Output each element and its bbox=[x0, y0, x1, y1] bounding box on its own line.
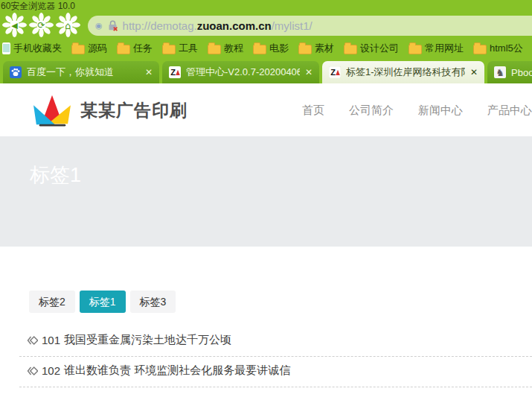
url-path: /mylist1/ bbox=[272, 19, 313, 32]
browser-tab-tag1-active[interactable]: Z 标签1-深圳佐岸网络科技有限 ✕ bbox=[322, 61, 484, 83]
browser-tab-baidu[interactable]: 百度一下，你就知道 ✕ bbox=[3, 61, 159, 83]
svg-text:♞: ♞ bbox=[496, 67, 504, 78]
filter-tab-3[interactable]: 标签3 bbox=[130, 291, 176, 313]
refresh-button[interactable]: ⟳ bbox=[29, 13, 54, 37]
site-logo-text: 某某广告印刷 bbox=[80, 99, 188, 122]
page-banner: 标签1 bbox=[0, 136, 532, 247]
bookmark-label: 常用网址 bbox=[425, 42, 464, 55]
site-nav: 首页 公司简介 新闻中心 产品中心 bbox=[302, 104, 532, 118]
bookmark-folder-renwu[interactable]: 任务 bbox=[117, 42, 153, 55]
browser-toolbar: ◀ ⟳ ⌂ ◉ http://demotag.zuoan.com.cn/myli… bbox=[0, 13, 532, 39]
bookmark-label: html5公 bbox=[490, 42, 523, 55]
back-button[interactable]: ◀ bbox=[2, 13, 27, 37]
tab-title: 管理中心-V2.0.7-20200406 bbox=[186, 66, 300, 79]
phone-icon bbox=[2, 42, 10, 54]
bookmark-label: 素材 bbox=[315, 42, 334, 55]
bookmark-mobile-favorites[interactable]: 手机收藏夹 bbox=[2, 42, 62, 55]
news-item-title: 谁出数谁负责 环境监测社会化服务最要讲诚信 bbox=[64, 364, 290, 378]
address-bar[interactable]: ◉ http://demotag.zuoan.com.cn/mylist1/ bbox=[88, 16, 532, 36]
bookmark-folder-dianying[interactable]: 电影 bbox=[253, 42, 289, 55]
tags-icon bbox=[27, 335, 38, 346]
folder-icon bbox=[253, 45, 266, 54]
bookmark-label: 源码 bbox=[88, 42, 107, 55]
tab-close-icon[interactable]: ✕ bbox=[305, 67, 313, 77]
news-list-item[interactable]: 102 谁出数谁负责 环境监测社会化服务最要讲诚信 bbox=[19, 357, 532, 387]
za-logo-icon: Z bbox=[329, 66, 341, 78]
filter-tab-1-active[interactable]: 标签1 bbox=[80, 291, 126, 313]
news-item-number: 102 bbox=[42, 364, 60, 377]
news-item-title: 我国受重金属污染土地达千万公顷 bbox=[64, 333, 231, 347]
tags-icon bbox=[27, 366, 38, 376]
tab-close-icon[interactable]: ✕ bbox=[145, 67, 153, 77]
refresh-icon: ⟳ bbox=[37, 20, 45, 31]
bookmark-folder-jiaocheng[interactable]: 教程 bbox=[208, 42, 243, 55]
browser-tab-strip: 百度一下，你就知道 ✕ Z 管理中心-V2.0.7-20200406 ✕ Z 标… bbox=[0, 58, 532, 83]
bookmark-label: 手机收藏夹 bbox=[13, 42, 62, 55]
folder-icon bbox=[208, 45, 221, 54]
news-item-number: 101 bbox=[42, 334, 60, 346]
site-logo[interactable]: 某某广告印刷 bbox=[31, 92, 188, 128]
web-page: 某某广告印刷 首页 公司简介 新闻中心 产品中心 标签1 标签2 标签1 标签3 bbox=[0, 83, 532, 403]
nav-item-product-center[interactable]: 产品中心 bbox=[487, 104, 532, 118]
bookmark-label: 任务 bbox=[133, 42, 153, 55]
browser-tab-pboot[interactable]: ♞ Pboot bbox=[487, 61, 532, 83]
za-logo-icon: Z bbox=[169, 66, 181, 78]
filter-tab-2[interactable]: 标签2 bbox=[29, 291, 75, 313]
baidu-paw-icon bbox=[10, 66, 22, 78]
news-list: 101 我国受重金属污染土地达千万公顷 102 谁出数谁负责 环境监测社会化服务… bbox=[19, 326, 532, 387]
tab-title: Pboot bbox=[511, 67, 532, 78]
url-domain: zuoan.com.cn bbox=[197, 19, 272, 32]
folder-icon bbox=[298, 45, 312, 54]
bookmark-label: 电影 bbox=[269, 42, 289, 55]
folder-icon bbox=[71, 45, 85, 54]
folder-icon bbox=[344, 45, 357, 54]
knight-icon: ♞ bbox=[494, 66, 506, 78]
tab-title: 标签1-深圳佐岸网络科技有限 bbox=[346, 66, 465, 79]
home-icon: ⌂ bbox=[65, 20, 71, 31]
back-icon: ◀ bbox=[11, 21, 18, 31]
bookmark-folder-gongju[interactable]: 工具 bbox=[162, 42, 198, 55]
folder-icon bbox=[408, 45, 422, 54]
nav-item-company-profile[interactable]: 公司简介 bbox=[349, 104, 394, 118]
bookmarks-bar: 手机收藏夹 源码 任务 工具 教程 电影 素材 设计公司 常用网址 html5公… bbox=[0, 39, 532, 58]
browser-tab-admin-center[interactable]: Z 管理中心-V2.0.7-20200406 ✕ bbox=[162, 61, 319, 83]
nav-item-news-center[interactable]: 新闻中心 bbox=[418, 104, 463, 118]
folder-icon bbox=[117, 45, 130, 54]
insecure-lock-icon[interactable] bbox=[108, 20, 118, 31]
tab-close-icon[interactable]: ✕ bbox=[470, 67, 478, 77]
svg-text:Z: Z bbox=[330, 68, 336, 77]
folder-icon bbox=[162, 45, 176, 54]
folder-icon bbox=[473, 45, 487, 54]
window-title: 60安全浏览器 10.0 bbox=[1, 1, 75, 11]
crown-logo-icon bbox=[31, 92, 74, 128]
tab-title: 百度一下，你就知道 bbox=[27, 66, 140, 79]
filter-tab-group: 标签2 标签1 标签3 bbox=[29, 291, 532, 313]
page-content: 标签2 标签1 标签3 101 我国受重金属污染土地达千万公顷 bbox=[0, 247, 532, 387]
url-text[interactable]: http://demotag.zuoan.com.cn/mylist1/ bbox=[123, 19, 313, 32]
news-list-item[interactable]: 101 我国受重金属污染土地达千万公顷 bbox=[19, 326, 532, 357]
bookmark-folder-shejigongsi[interactable]: 设计公司 bbox=[344, 42, 399, 55]
site-header: 某某广告印刷 首页 公司简介 新闻中心 产品中心 bbox=[0, 83, 532, 136]
bookmark-folder-html5[interactable]: html5公 bbox=[473, 42, 523, 55]
home-button[interactable]: ⌂ bbox=[56, 13, 80, 37]
bookmark-folder-sucai[interactable]: 素材 bbox=[298, 42, 334, 55]
banner-title: 标签1 bbox=[30, 162, 532, 188]
bookmark-folder-yuanma[interactable]: 源码 bbox=[71, 42, 107, 55]
bookmark-folder-changyongwangzhi[interactable]: 常用网址 bbox=[408, 42, 464, 55]
browser-titlebar: 60安全浏览器 10.0 bbox=[0, 0, 532, 13]
bookmark-label: 教程 bbox=[224, 42, 243, 55]
nav-item-home[interactable]: 首页 bbox=[302, 104, 324, 118]
browser-window: 60安全浏览器 10.0 ◀ ⟳ ⌂ ◉ http://demotag.zuoa… bbox=[0, 0, 532, 403]
bookmark-label: 设计公司 bbox=[360, 42, 399, 55]
bookmark-label: 工具 bbox=[179, 42, 198, 55]
svg-text:Z: Z bbox=[170, 68, 176, 77]
site-mode-icon[interactable]: ◉ bbox=[95, 22, 103, 30]
url-prefix: http://demotag. bbox=[123, 19, 197, 32]
